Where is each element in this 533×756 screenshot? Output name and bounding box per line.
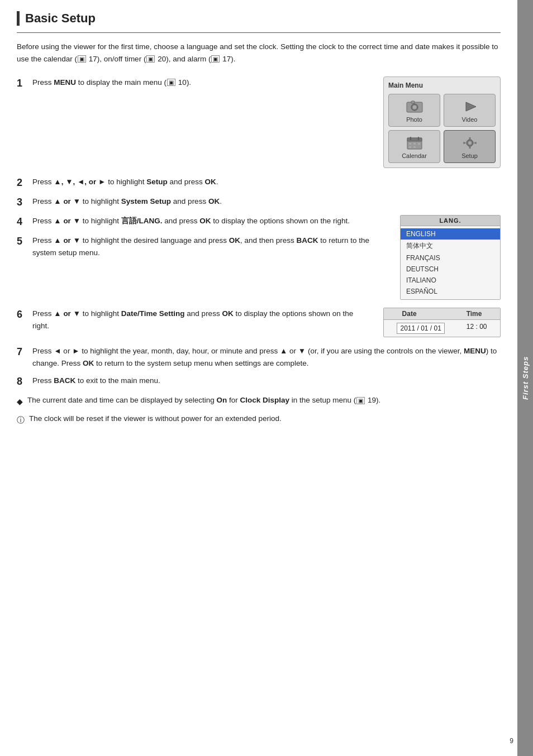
step-2-row: 2 Press ▲, ▼, ◄, or ► to highlight Setup… bbox=[17, 176, 501, 190]
page-title: Basic Setup bbox=[17, 11, 501, 26]
menu-item-video: Video bbox=[444, 94, 496, 127]
step-7-text: Press ◄ or ► to highlight the year, mont… bbox=[32, 345, 501, 369]
menu-item-calendar: Calendar bbox=[388, 130, 440, 163]
step-7-number: 7 bbox=[17, 345, 29, 359]
main-menu-image: Main Menu Photo bbox=[383, 76, 501, 168]
svg-rect-10 bbox=[413, 143, 416, 145]
lang-item-english: ENGLISH bbox=[401, 228, 500, 240]
menu-item-setup-label: Setup bbox=[461, 152, 478, 159]
menu-item-photo-label: Photo bbox=[406, 116, 422, 123]
video-icon bbox=[460, 99, 480, 114]
note-tip-text: The current date and time can be display… bbox=[27, 394, 380, 406]
date-label: Date bbox=[402, 310, 417, 318]
note-info-text: The clock will be reset if the viewer is… bbox=[29, 413, 282, 425]
sidebar-tab: First Steps bbox=[517, 0, 533, 756]
step-4-row: 4 Press ▲ or ▼ to highlight 言語/LANG. and… bbox=[17, 215, 501, 300]
date-value: 2011 / 01 / 01 bbox=[397, 323, 444, 334]
menu-item-photo: Photo bbox=[388, 94, 440, 127]
svg-rect-6 bbox=[407, 138, 422, 141]
lang-menu-image: LANG. ENGLISH 简体中文 FRANÇAIS DEUTSCH ITAL… bbox=[400, 215, 501, 300]
svg-rect-17 bbox=[463, 142, 465, 143]
main-menu-title: Main Menu bbox=[388, 82, 496, 89]
step-1-number: 1 bbox=[17, 76, 29, 90]
menu-item-video-label: Video bbox=[462, 116, 478, 123]
step-3-number: 3 bbox=[17, 195, 29, 209]
step-6-text: Press ▲ or ▼ to highlight Date/Time Sett… bbox=[32, 308, 372, 332]
lang-item-spanish: ESPAÑOL bbox=[401, 286, 500, 297]
svg-rect-12 bbox=[409, 146, 411, 148]
step-8-text: Press BACK to exit to the main menu. bbox=[32, 375, 160, 387]
step-1-text: Press MENU to display the main menu (▣ 1… bbox=[32, 76, 191, 89]
lang-item-french: FRANÇAIS bbox=[401, 252, 500, 264]
step-2-number: 2 bbox=[17, 176, 29, 190]
svg-rect-11 bbox=[418, 143, 420, 145]
menu-item-calendar-label: Calendar bbox=[402, 152, 427, 159]
time-label: Time bbox=[467, 310, 482, 318]
step-2-text: Press ▲, ▼, ◄, or ► to highlight Setup a… bbox=[32, 176, 218, 188]
datetime-header: Date Time bbox=[384, 308, 500, 320]
datetime-values: 2011 / 01 / 01 12 : 00 bbox=[384, 320, 500, 337]
step-1-row: 1 Press MENU to display the main menu (▣… bbox=[17, 76, 501, 168]
note-info: ⓘ The clock will be reset if the viewer … bbox=[17, 413, 501, 426]
step-6-row: 6 Press ▲ or ▼ to highlight Date/Time Se… bbox=[17, 308, 501, 337]
lang-item-italian: ITALIANO bbox=[401, 275, 500, 286]
step-5-number: 5 bbox=[17, 235, 29, 248]
setup-icon bbox=[460, 135, 480, 151]
svg-rect-9 bbox=[409, 143, 411, 145]
info-icon: ⓘ bbox=[17, 413, 25, 426]
lang-item-chinese: 简体中文 bbox=[401, 240, 500, 252]
note-tip: ◆ The current date and time can be displ… bbox=[17, 394, 501, 408]
menu-item-setup: Setup bbox=[444, 130, 496, 163]
svg-rect-3 bbox=[411, 101, 415, 103]
lang-list: ENGLISH 简体中文 FRANÇAIS DEUTSCH ITALIANO E… bbox=[401, 226, 500, 299]
lang-item-german: DEUTSCH bbox=[401, 264, 500, 275]
svg-marker-4 bbox=[466, 102, 476, 111]
step-6-number: 6 bbox=[17, 308, 29, 322]
lang-menu-title: LANG. bbox=[401, 216, 500, 226]
step-5-text: Press ▲ or ▼ to highlight the desired la… bbox=[32, 235, 389, 259]
step-3-row: 3 Press ▲ or ▼ to highlight System Setup… bbox=[17, 195, 501, 209]
svg-rect-13 bbox=[413, 146, 416, 148]
datetime-menu-image: Date Time 2011 / 01 / 01 12 : 00 bbox=[383, 308, 501, 337]
step-8-row: 8 Press BACK to exit to the main menu. bbox=[17, 375, 501, 389]
step-3-text: Press ▲ or ▼ to highlight System Setup a… bbox=[32, 195, 222, 208]
step-8-number: 8 bbox=[17, 375, 29, 389]
svg-point-14 bbox=[468, 141, 472, 145]
svg-rect-18 bbox=[474, 142, 477, 143]
time-value: 12 : 00 bbox=[462, 323, 487, 334]
sidebar-label: First Steps bbox=[521, 356, 530, 400]
tip-icon: ◆ bbox=[17, 394, 23, 408]
svg-rect-16 bbox=[469, 146, 470, 149]
intro-paragraph: Before using the viewer for the first ti… bbox=[17, 41, 501, 65]
step-7-row: 7 Press ◄ or ► to highlight the year, mo… bbox=[17, 345, 501, 369]
svg-point-2 bbox=[412, 105, 416, 109]
page-number: 9 bbox=[510, 737, 513, 745]
step-4-number: 4 bbox=[17, 215, 29, 229]
photo-icon bbox=[404, 99, 425, 114]
main-menu-grid: Photo Video bbox=[388, 94, 496, 163]
step-4-text: Press ▲ or ▼ to highlight 言語/LANG. and p… bbox=[32, 215, 350, 227]
svg-rect-15 bbox=[469, 137, 470, 140]
calendar-icon bbox=[404, 135, 425, 151]
